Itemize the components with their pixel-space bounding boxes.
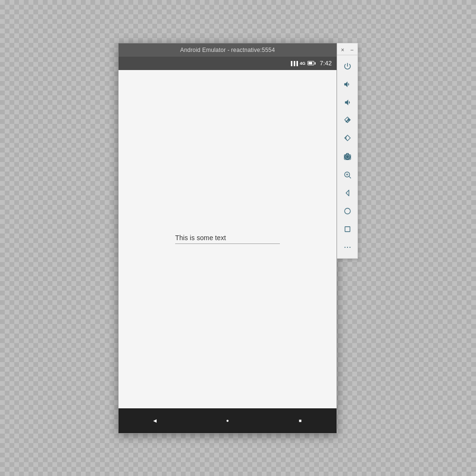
rotate-left-icon [343,134,352,143]
status-icons: ▐▐▐ 4G [289,61,314,66]
toolbar-close-button[interactable]: × [339,46,347,54]
svg-point-12 [347,246,347,247]
svg-point-13 [349,246,350,247]
more-dots-icon [343,243,352,252]
status-bar: ▐▐▐ 4G 7:42 [119,57,337,70]
phone-content: This is some text [119,70,337,408]
volume-up-button[interactable] [339,76,356,93]
rotate-left-button[interactable] [339,130,356,147]
home-icon: ● [226,418,229,423]
svg-rect-10 [345,226,350,232]
recent-icon: ■ [299,418,302,423]
svg-point-11 [344,246,345,247]
network-type: 4G [300,61,306,66]
back-triangle-icon [343,189,352,197]
volume-down-icon [343,98,352,107]
emulator-container: Android Emulator - reactnative:5554 ▐▐▐ … [118,43,358,434]
recent-square-icon [343,225,352,233]
recent-button[interactable]: ■ [291,411,310,430]
toolbar-window-controls: × − [337,45,357,55]
status-time: 7:42 [320,60,332,67]
back-button[interactable]: ◄ [145,411,164,430]
volume-down-button[interactable] [339,94,356,111]
camera-icon [343,152,352,161]
home-button[interactable]: ● [218,411,237,430]
nav-recent-button[interactable] [339,221,356,238]
nav-bar: ◄ ● ■ [119,408,337,433]
toolbar-minimize-button[interactable]: − [348,46,356,54]
rotate-right-button[interactable] [339,112,356,129]
battery-icon [307,61,314,65]
svg-marker-8 [346,190,349,196]
input-text: This is some text [175,234,226,242]
more-button[interactable] [339,239,356,256]
title-bar-text: Android Emulator - reactnative:5554 [180,47,275,53]
svg-line-5 [349,176,350,178]
phone-window: Android Emulator - reactnative:5554 ▐▐▐ … [118,43,337,434]
side-toolbar: × − [337,43,358,259]
title-bar: Android Emulator - reactnative:5554 [119,43,337,57]
signal-icon: ▐▐▐ [289,61,298,66]
zoom-button[interactable] [339,166,356,183]
power-icon [343,62,352,71]
screenshot-button[interactable] [339,148,356,165]
back-icon: ◄ [152,417,158,424]
nav-back-button[interactable] [339,184,356,202]
zoom-icon [343,171,352,179]
nav-home-button[interactable] [339,203,356,220]
text-input-area: This is some text [175,234,280,244]
rotate-right-icon [343,116,352,125]
input-underline [175,243,280,244]
svg-point-9 [345,208,350,214]
power-button[interactable] [339,58,356,75]
volume-up-icon [343,80,352,89]
home-circle-icon [343,207,352,215]
